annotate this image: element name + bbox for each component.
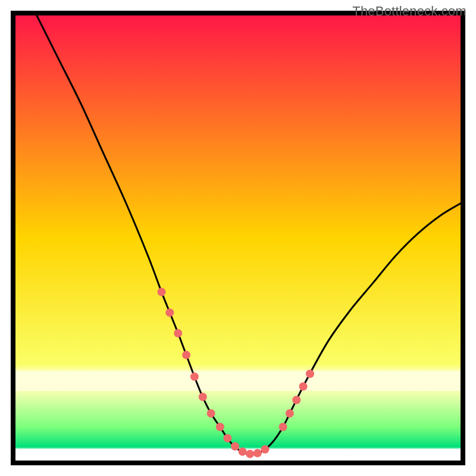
curve-dot xyxy=(158,288,166,296)
curve-dot xyxy=(261,445,269,453)
curve-dot xyxy=(216,423,224,431)
watermark-text: TheBottleneck.com xyxy=(352,4,466,19)
curve-dot xyxy=(207,409,215,418)
curve-dot xyxy=(165,308,174,317)
curve-dot xyxy=(174,329,182,337)
plot-background xyxy=(13,13,463,463)
curve-dot xyxy=(253,449,262,458)
chart-stage: TheBottleneck.com xyxy=(0,0,476,476)
curve-dot xyxy=(292,396,300,404)
curve-dot xyxy=(246,450,254,458)
curve-dot xyxy=(306,369,314,378)
curve-dot xyxy=(231,442,239,450)
curve-dot xyxy=(239,447,247,456)
bottleneck-chart xyxy=(0,0,476,476)
curve-dot xyxy=(279,423,287,431)
curve-dot xyxy=(182,351,190,359)
curve-dot xyxy=(286,409,294,418)
pale-band xyxy=(13,371,463,391)
curve-dot xyxy=(199,393,207,401)
curve-dot xyxy=(223,434,231,442)
curve-dot xyxy=(299,383,308,391)
curve-dot xyxy=(190,372,199,381)
